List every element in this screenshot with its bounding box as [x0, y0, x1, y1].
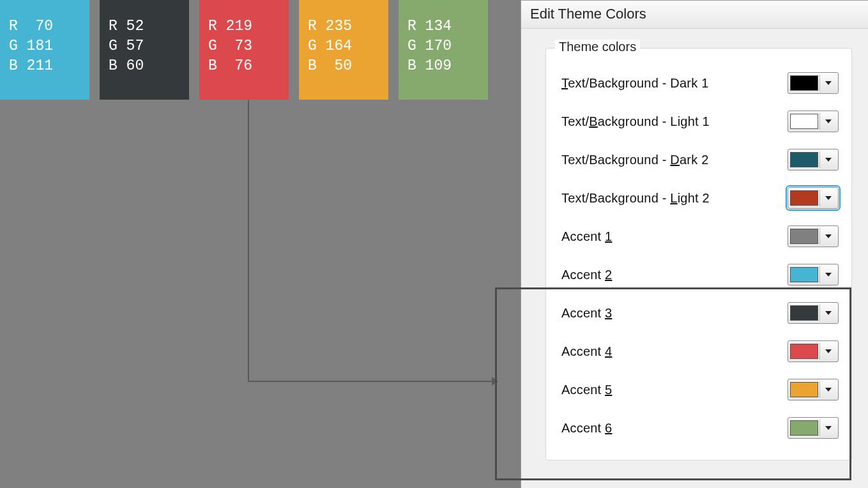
color-swatch-1: R 70 G 181 B 211 — [0, 0, 89, 100]
dropdown-button[interactable] — [819, 305, 836, 321]
dialog-body: Theme colors Text/Background - Dark 1Tex… — [521, 29, 868, 461]
theme-color-row: Text/Background - Light 2 — [561, 179, 839, 217]
chevron-down-icon — [825, 119, 832, 123]
theme-color-label: Accent 6 — [561, 421, 612, 436]
swatch-row: R 70 G 181 B 211R 52 G 57 B 60R 219 G 73… — [0, 0, 488, 100]
color-picker-button[interactable] — [788, 340, 839, 362]
theme-color-label: Accent 1 — [561, 229, 612, 244]
color-chip — [790, 344, 818, 359]
theme-color-row: Accent 6 — [561, 409, 839, 447]
theme-color-label: Text/Background - Dark 2 — [561, 153, 708, 167]
color-swatch-3: R 219 G 73 B 76 — [199, 0, 289, 100]
dropdown-button[interactable] — [819, 420, 836, 436]
color-chip — [790, 305, 818, 321]
chevron-down-icon — [825, 234, 832, 238]
chevron-down-icon — [825, 81, 832, 85]
color-picker-button[interactable] — [788, 225, 839, 247]
theme-color-row: Accent 4 — [561, 332, 839, 370]
theme-color-label: Text/Background - Light 2 — [561, 191, 710, 206]
chevron-down-icon — [825, 426, 832, 430]
color-picker-button[interactable] — [788, 187, 839, 209]
dropdown-button[interactable] — [819, 343, 836, 360]
color-picker-button[interactable] — [788, 264, 839, 286]
chevron-down-icon — [825, 311, 832, 315]
theme-color-label: Text/Background - Light 1 — [561, 114, 710, 129]
dialog-title: Edit Theme Colors — [521, 1, 868, 29]
theme-color-row: Accent 2 — [561, 255, 839, 294]
theme-color-row: Text/Background - Dark 2 — [561, 141, 839, 179]
color-picker-button[interactable] — [788, 72, 839, 94]
theme-color-row: Accent 3 — [561, 294, 839, 332]
color-chip — [790, 267, 818, 282]
color-chip — [790, 229, 818, 244]
dropdown-button[interactable] — [819, 151, 836, 168]
dropdown-button[interactable] — [819, 228, 836, 245]
color-picker-button[interactable] — [788, 302, 839, 324]
color-swatch-4: R 235 G 164 B 50 — [299, 0, 388, 100]
color-picker-button[interactable] — [788, 379, 839, 400]
color-picker-button[interactable] — [788, 111, 839, 132]
color-chip — [790, 420, 818, 436]
arrow-head-icon — [492, 377, 498, 386]
theme-color-label: Accent 3 — [561, 306, 612, 321]
color-picker-button[interactable] — [788, 417, 839, 439]
arrow-segment-vertical — [248, 100, 249, 381]
color-picker-button[interactable] — [788, 149, 839, 171]
chevron-down-icon — [825, 349, 832, 353]
theme-color-label: Accent 4 — [561, 344, 612, 359]
theme-color-label: Text/Background - Dark 1 — [561, 76, 708, 91]
chevron-down-icon — [825, 388, 832, 392]
theme-color-row: Accent 1 — [561, 217, 839, 255]
fieldset-legend: Theme colors — [555, 40, 640, 54]
dropdown-button[interactable] — [819, 190, 836, 206]
theme-color-row: Text/Background - Light 1 — [561, 102, 839, 141]
theme-color-label: Accent 2 — [561, 268, 612, 282]
color-swatch-5: R 134 G 170 B 109 — [399, 0, 488, 100]
dropdown-button[interactable] — [819, 75, 836, 91]
color-swatch-2: R 52 G 57 B 60 — [100, 0, 189, 100]
color-chip — [790, 382, 818, 397]
color-chip — [790, 152, 818, 167]
edit-theme-colors-dialog: Edit Theme Colors Theme colors Text/Back… — [521, 0, 868, 488]
chevron-down-icon — [825, 273, 832, 277]
color-chip — [790, 190, 818, 206]
theme-color-label: Accent 5 — [561, 383, 612, 397]
chevron-down-icon — [825, 196, 832, 200]
theme-colors-fieldset: Theme colors Text/Background - Dark 1Tex… — [545, 48, 852, 461]
dropdown-button[interactable] — [819, 266, 836, 283]
theme-color-row: Accent 5 — [561, 370, 839, 409]
chevron-down-icon — [825, 158, 832, 162]
theme-color-row: Text/Background - Dark 1 — [561, 64, 839, 102]
dropdown-button[interactable] — [819, 113, 836, 130]
color-chip — [790, 75, 818, 91]
dropdown-button[interactable] — [819, 381, 836, 398]
color-chip — [790, 114, 818, 129]
arrow-segment-horizontal — [248, 381, 494, 382]
